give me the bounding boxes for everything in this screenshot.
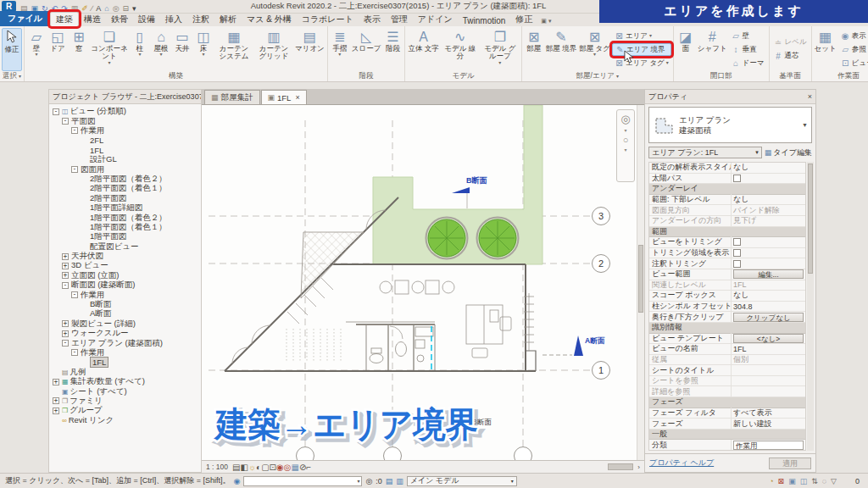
ribbon-tab-systems[interactable]: 設備 xyxy=(133,13,160,26)
scrollbar-thumb[interactable] xyxy=(638,245,643,313)
expander-icon[interactable]: - xyxy=(62,282,69,289)
expander-icon[interactable]: + xyxy=(62,263,69,269)
chevron-down-icon[interactable]: ▼ xyxy=(802,122,808,128)
expander-icon[interactable]: + xyxy=(62,330,69,337)
ribbon-button-area-boundary[interactable]: ✎エリア 境界 xyxy=(612,43,671,56)
ribbon-tab-view[interactable]: 表示 xyxy=(359,13,386,26)
customize-qat-icon[interactable]: ▾ xyxy=(132,4,136,13)
section-marker-a[interactable]: A断面 xyxy=(542,336,605,356)
ribbon-button-curtain-grid[interactable]: ▥カーテン グリッド xyxy=(254,28,293,71)
redo-icon[interactable]: ↷ xyxy=(61,4,68,13)
exclude-options-icon[interactable]: ▤ xyxy=(386,477,393,485)
ribbon-panel-label-datum[interactable]: 基準面 xyxy=(770,70,811,81)
browser-item[interactable]: 1FL xyxy=(49,146,201,155)
property-button[interactable]: <なし> xyxy=(733,334,804,343)
section-marker-b-top[interactable]: B断面 xyxy=(452,176,487,208)
browser-item[interactable]: -作業用 xyxy=(49,348,201,358)
ribbon-button-model-line[interactable]: ∿モデル 線分 xyxy=(441,28,480,71)
ribbon-button-railing[interactable]: ≣手摺▾ xyxy=(330,28,350,71)
browser-item[interactable]: B断面 xyxy=(49,300,201,309)
default-3d-view-icon[interactable]: ⌂ xyxy=(104,4,108,13)
ribbon-button-shaft-opening[interactable]: #シャフト xyxy=(697,28,728,71)
editable-only-icon[interactable]: ◉ xyxy=(234,477,241,485)
ribbon-tab-insert[interactable]: 挿入 xyxy=(160,13,187,26)
ribbon-button-show-work-plane[interactable]: ◉表示 xyxy=(838,30,868,42)
ribbon-button-level[interactable]: ≐レベル xyxy=(771,36,810,49)
ribbon-button-door[interactable]: ◱ドア xyxy=(47,28,68,71)
expander-icon[interactable]: + xyxy=(62,253,69,260)
checkbox[interactable] xyxy=(733,260,741,268)
checkbox[interactable] xyxy=(733,238,741,246)
expander-icon[interactable]: - xyxy=(71,291,78,298)
ribbon-button-room-tag[interactable]: ⊠部屋 タグ▾ xyxy=(578,28,611,71)
property-input[interactable]: 作業用 xyxy=(733,441,804,450)
ribbon-button-ceiling[interactable]: ▭天井 xyxy=(172,28,192,71)
browser-item[interactable]: 2FL xyxy=(49,136,201,145)
ribbon-tab-twinmotion[interactable]: Twinmotion xyxy=(458,15,511,26)
show-crop-icon[interactable]: ⊡ xyxy=(270,463,276,472)
properties-scrollbar[interactable] xyxy=(807,162,814,451)
browser-item[interactable]: -エリア プラン (建築面積) xyxy=(49,338,201,347)
ribbon-panel-label-opening[interactable]: 開口部 xyxy=(674,71,769,81)
scale-select[interactable]: 1 : 100 xyxy=(206,463,228,471)
expander-icon[interactable]: + xyxy=(53,408,59,414)
design-options-select[interactable]: ▾ xyxy=(243,476,362,486)
edit-type-button[interactable]: ▦ タイプ編集 xyxy=(765,147,812,158)
ribbon-button-modify[interactable]: 修正 xyxy=(2,28,22,71)
ribbon-button-mullion[interactable]: ▤マリオン xyxy=(294,28,326,71)
ribbon-tab-structure[interactable]: 構造 xyxy=(79,13,106,26)
close-inactive-icon[interactable]: ⊟ xyxy=(123,4,130,13)
ribbon-button-opening-by-face[interactable]: ◪面 xyxy=(676,28,696,71)
ribbon-tab-manage[interactable]: 管理 xyxy=(386,13,413,26)
ribbon-toggle-icon[interactable]: ▣ ▾ xyxy=(537,18,554,26)
ribbon-button-wall-opening[interactable]: ▱壁 xyxy=(729,30,767,42)
ribbon-button-viewer[interactable]: ⊡ビューア xyxy=(838,57,868,69)
expander-icon[interactable]: - xyxy=(71,166,78,173)
background-processes-icon[interactable]: ◌ xyxy=(822,477,826,485)
close-icon[interactable]: × xyxy=(808,92,812,101)
ribbon-button-curtain-system[interactable]: ▦カーテン システム xyxy=(214,28,253,71)
expander-icon[interactable]: + xyxy=(62,320,69,327)
ribbon-button-floor[interactable]: ◫床▾ xyxy=(193,28,214,71)
ribbon-panel-label-build[interactable]: 構築 xyxy=(25,71,327,81)
ribbon-panel-label-select[interactable]: 選択▾ xyxy=(0,71,24,81)
reveal-constraints-icon[interactable]: ⌐ xyxy=(306,463,311,472)
expander-icon[interactable]: + xyxy=(53,379,59,385)
browser-item[interactable]: -断面図 (建築断面) xyxy=(49,280,201,290)
design-options-icon[interactable]: ◫ xyxy=(800,477,808,485)
browser-item[interactable]: ∞Revit リンク xyxy=(49,416,201,425)
drawing-canvas[interactable]: B断面 A断面 B断面 3 2 1 建築→エリア境界 建築→エリア境界 xyxy=(202,105,644,460)
expander-icon[interactable]: + xyxy=(53,397,59,404)
ribbon-panel-label-model[interactable]: モデル xyxy=(405,71,520,81)
expander-icon[interactable]: - xyxy=(71,349,78,356)
ribbon-tab-collaborate[interactable]: コラボレート xyxy=(297,13,359,26)
ribbon-button-ramp[interactable]: ◺スロープ xyxy=(351,28,382,71)
type-selector[interactable]: エリア プラン 建築面積 ▼ xyxy=(648,107,812,143)
ribbon-tab-addins[interactable]: アドイン xyxy=(413,13,458,26)
ribbon-tab-annotate[interactable]: 注釈 xyxy=(187,13,214,26)
visual-style-icon[interactable]: ◧ xyxy=(240,463,248,472)
ribbon-button-grid[interactable]: #通芯 xyxy=(771,50,810,63)
zoom-icon[interactable]: ○ xyxy=(623,135,629,145)
measure-icon[interactable]: ✐ xyxy=(81,4,88,13)
chevron-down-icon[interactable]: ▾ xyxy=(624,147,626,152)
ribbon-button-model-text[interactable]: A立体 文字 xyxy=(407,28,439,71)
sun-path-icon[interactable]: ☼ xyxy=(248,463,256,472)
canvas-vertical-scrollbar[interactable] xyxy=(637,105,644,460)
ribbon-tab-analyze[interactable]: 解析 xyxy=(214,13,242,26)
steering-wheel-icon[interactable]: ◎ xyxy=(620,113,630,125)
close-tab-icon[interactable]: × xyxy=(295,93,299,102)
browser-item[interactable]: -平面図 xyxy=(49,116,201,125)
section-icon[interactable]: ◎ xyxy=(113,4,120,13)
chevron-down-icon[interactable]: ▾ xyxy=(624,127,626,133)
expander-icon[interactable]: - xyxy=(71,127,78,134)
print-icon[interactable]: ▥ xyxy=(71,4,79,13)
expander-icon[interactable]: + xyxy=(62,272,69,279)
apply-button[interactable]: 適用 xyxy=(769,458,811,469)
ribbon-button-set-work-plane[interactable]: ▦セット xyxy=(814,28,837,71)
ribbon-tab-modify[interactable]: 修正 xyxy=(510,13,537,26)
aligned-dimension-icon[interactable]: ∕ xyxy=(92,4,93,13)
ribbon-tab-file[interactable]: ファイル xyxy=(0,11,50,26)
browser-item[interactable]: -作業用 xyxy=(49,126,201,136)
canvas-horizontal-scrollbar[interactable] xyxy=(608,463,633,470)
